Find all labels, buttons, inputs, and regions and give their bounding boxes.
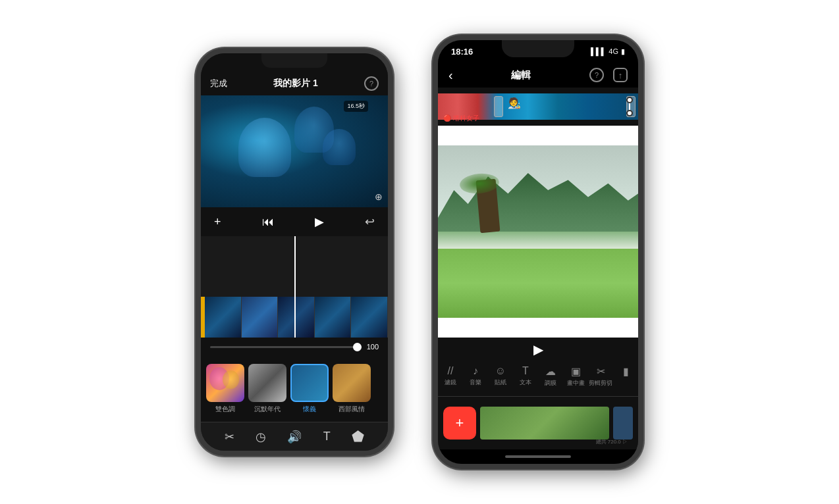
clip-thumbnail-2[interactable] [613, 407, 633, 440]
video-preview: 16.5秒 ⊕ [201, 95, 388, 207]
filmstrip-playhead [294, 297, 296, 338]
volume-track[interactable] [210, 346, 362, 348]
right-status-bar: 18:16 ▌▌▌ 4G ▮ [438, 40, 638, 63]
preview-white-top [438, 126, 638, 145]
network-label: 4G [609, 47, 618, 55]
right-timeline-strip[interactable]: 🧑‍🎨 🔴 塔科女子 [438, 88, 638, 126]
filter-item-grey[interactable]: 沉默年代 [248, 364, 286, 414]
filmstrip-frame-5 [351, 297, 388, 338]
lut-tab-label: 調膜 [545, 379, 556, 388]
volume-tool-button[interactable]: 🔊 [287, 430, 302, 444]
timeline-dot-bottom[interactable] [626, 110, 633, 116]
speed-tool-button[interactable]: ◷ [256, 430, 266, 444]
home-bar[interactable] [505, 455, 571, 458]
tab-text[interactable]: T 文本 [513, 365, 538, 387]
timeline-area[interactable] [201, 236, 388, 297]
signal-icon: ▌▌▌ [591, 47, 606, 55]
jellyfish-scene [201, 95, 388, 207]
preview-field [438, 249, 638, 318]
right-nav-icons: ? ↑ [589, 68, 628, 82]
filmstrip-frame-3 [278, 297, 315, 338]
undo-button[interactable]: ↩ [365, 214, 375, 229]
filter-label-west: 西部風情 [338, 405, 365, 414]
filter-row: 雙色調 沉默年代 懷義 西部風情 [201, 356, 388, 422]
text-tab-label: 文本 [520, 378, 531, 387]
left-phone: 完成 我的影片 1 ? 16.5秒 ⊕ + ⏮ ▶ ↩ [196, 48, 393, 456]
cut-tab-label: 剪輯剪切 [589, 379, 612, 388]
playhead [294, 236, 296, 297]
lut-tab-icon: ☁ [545, 365, 556, 378]
filter-thumb-duotone [206, 364, 244, 402]
filter-thumb-grey [248, 364, 286, 402]
channel-logo: 🧑‍🎨 [508, 97, 521, 109]
back-button[interactable]: ‹ [448, 68, 453, 83]
right-tool-tabs: // 濾鏡 ♪ 音樂 ☺ 貼紙 T 文本 ☁ 調膜 ▣ 畫中畫 ✂ 剪輯剪切 ▮ [438, 361, 638, 397]
filter-item-duotone[interactable]: 雙色調 [206, 364, 244, 414]
pip-tab-label: 畫中畫 [567, 379, 585, 388]
status-icons: ▌▌▌ 4G ▮ [591, 47, 625, 56]
share-button[interactable]: ↑ [613, 68, 628, 82]
playback-controls: + ⏮ ▶ ↩ [201, 207, 388, 236]
filter-item-west[interactable]: 西部風情 [333, 364, 371, 414]
music-tab-icon: ♪ [473, 365, 478, 377]
right-play-bar: ▶ [438, 338, 638, 361]
video-duration-badge: 16.5秒 [344, 101, 368, 112]
filmstrip[interactable] [201, 297, 388, 338]
tab-lut[interactable]: ☁ 調膜 [538, 365, 563, 388]
tab-more[interactable]: ▮ [613, 365, 638, 379]
tab-music[interactable]: ♪ 音樂 [463, 365, 488, 387]
add-media-button[interactable]: + [214, 215, 221, 229]
jellyfish-3 [323, 129, 356, 165]
text-tab-icon: T [522, 365, 529, 377]
filter-label-grey: 沉默年代 [254, 405, 281, 414]
tab-sticker[interactable]: ☺ 貼紙 [488, 365, 513, 387]
add-clip-button[interactable]: + [443, 407, 476, 440]
right-help-button[interactable]: ? [589, 68, 604, 82]
right-nav-title: 編輯 [511, 69, 531, 82]
play-button[interactable]: ▶ [315, 214, 324, 229]
left-nav-title: 我的影片 1 [273, 78, 318, 89]
battery-icon: ▮ [621, 47, 625, 56]
filmstrip-frame-1 [205, 297, 242, 338]
music-tab-label: 音樂 [470, 378, 481, 387]
tab-filter[interactable]: // 濾鏡 [438, 365, 463, 387]
left-status-bar [201, 53, 388, 72]
filter-label-active: 懷義 [303, 405, 316, 414]
filter-thumb-active [290, 364, 329, 402]
filter-tab-label: 濾鏡 [445, 378, 456, 387]
home-indicator [438, 449, 638, 464]
left-toolbar: ✂ ◷ 🔊 T ⬟ [201, 422, 388, 451]
status-time: 18:16 [451, 47, 473, 57]
filter-item-active[interactable]: 懷義 [290, 364, 329, 414]
channel-label: 🔴 塔科女子 [443, 114, 479, 123]
sticker-tab-icon: ☺ [495, 365, 506, 377]
filmstrip-frame-4 [315, 297, 352, 338]
cut-tool-button[interactable]: ✂ [225, 430, 234, 444]
text-tool-button[interactable]: T [323, 430, 331, 443]
tab-pip[interactable]: ▣ 畫中畫 [563, 365, 588, 388]
tab-cut[interactable]: ✂ 剪輯剪切 [588, 365, 613, 388]
rewind-button[interactable]: ⏮ [262, 215, 274, 229]
volume-slider-row: 100 [201, 338, 388, 356]
timeline-handle-left[interactable] [494, 96, 503, 117]
filter-label-duotone: 雙色調 [215, 405, 235, 414]
right-bottom-strip: + 總共 720.0 ▷ [438, 397, 638, 449]
filmstrip-frames [205, 297, 388, 338]
clip-thumbnail-1[interactable] [480, 407, 609, 440]
help-button[interactable]: ? [364, 76, 379, 91]
sticker-tab-label: 貼紙 [495, 378, 506, 387]
jellyfish-1 [238, 118, 291, 177]
volume-thumb[interactable] [353, 343, 362, 351]
cut-tab-icon: ✂ [597, 365, 605, 378]
timeline-dot-top[interactable] [626, 97, 633, 103]
right-play-button[interactable]: ▶ [533, 341, 543, 357]
preview-white-bottom [438, 318, 638, 338]
filter-thumb-west [333, 364, 371, 402]
filter-tool-button[interactable]: ⬟ [352, 428, 364, 445]
right-phone: 18:16 ▌▌▌ 4G ▮ ‹ 編輯 ? ↑ 🧑‍🎨 🔴 塔科女子 [433, 35, 643, 469]
video-preview-right [438, 126, 638, 338]
filter-tab-icon: // [448, 365, 454, 377]
done-button[interactable]: 完成 [210, 78, 227, 89]
zoom-icon[interactable]: ⊕ [375, 191, 383, 202]
pip-tab-icon: ▣ [571, 365, 581, 378]
